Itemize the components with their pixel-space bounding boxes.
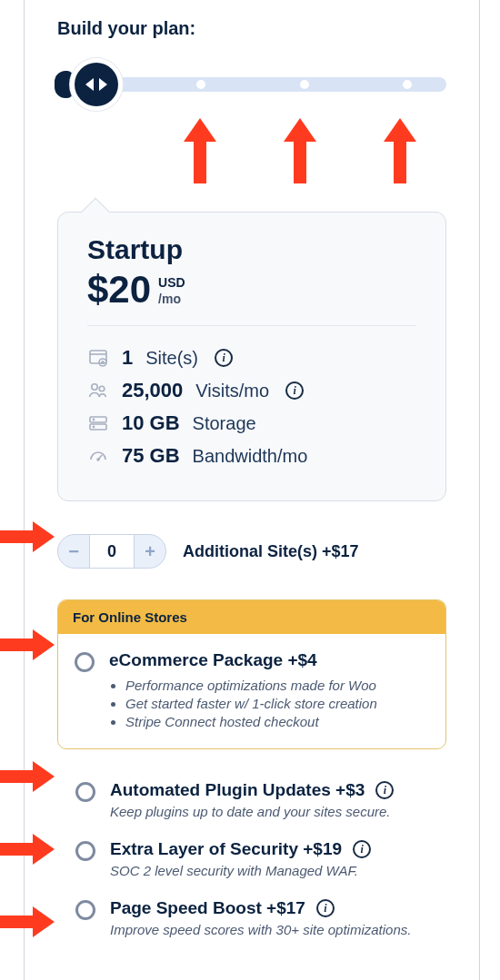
slider-track-endcap (55, 71, 73, 98)
qty-decrement-button[interactable]: − (58, 535, 89, 568)
qty-value: 0 (89, 535, 135, 568)
bandwidth-icon (87, 445, 109, 467)
ecommerce-addon-card: For Online Stores eCommerce Package +$4 … (57, 599, 446, 749)
additional-sites-stepper[interactable]: − 0 + (57, 534, 166, 569)
plan-feature-label: Bandwidth/mo (193, 446, 308, 467)
addon-title: Automated Plugin Updates +$3 i (110, 780, 394, 800)
svg-rect-0 (90, 351, 106, 363)
slider-tick[interactable] (196, 80, 205, 89)
plan-name: Startup (87, 234, 416, 265)
build-plan-heading: Build your plan: (57, 18, 446, 39)
ecommerce-addon-title: eCommerce Package +$4 (109, 650, 377, 670)
plan-feature-row: 25,000Visits/moi (87, 379, 416, 402)
svg-point-6 (93, 419, 94, 420)
ecommerce-bullet: Stripe Connect hosted checkout (125, 714, 377, 729)
addon-radio[interactable] (75, 841, 95, 861)
ecommerce-bullet: Performance optimizations made for Woo (125, 678, 377, 693)
info-icon[interactable]: i (353, 840, 371, 858)
slider-thumb[interactable] (75, 63, 118, 106)
addon-title: Extra Layer of Security +$19 i (110, 839, 371, 859)
addon-row: Page Speed Boost +$17 iImprove speed sco… (57, 895, 446, 954)
plan-price: $20 (87, 271, 151, 309)
plan-feature-value: 10 GB (122, 411, 180, 435)
plan-tier-slider[interactable] (57, 66, 446, 103)
addon-description: Improve speed scores with 30+ site optim… (110, 922, 411, 937)
svg-point-7 (93, 426, 94, 427)
plan-feature-row: 75 GBBandwidth/mo (87, 444, 416, 468)
plan-feature-label: Site(s) (145, 348, 198, 369)
site-add-icon (87, 347, 109, 369)
plan-period: /mo (158, 291, 185, 307)
addon-description: Keep plugins up to date and your sites s… (110, 804, 394, 819)
addon-radio[interactable] (75, 900, 95, 920)
info-icon[interactable]: i (215, 349, 233, 367)
qty-increment-button[interactable]: + (135, 535, 165, 568)
addon-row: Automated Plugin Updates +$3 iKeep plugi… (57, 777, 446, 836)
plan-feature-label: Visits/mo (195, 381, 269, 401)
addon-row: Extra Layer of Security +$19 iSOC 2 leve… (57, 836, 446, 895)
chevron-right-icon (99, 78, 107, 91)
plan-feature-value: 75 GB (122, 444, 180, 468)
plan-feature-row: 1Site(s)i (87, 346, 416, 370)
addon-radio[interactable] (75, 782, 95, 802)
users-icon (87, 380, 109, 401)
svg-point-2 (92, 384, 97, 390)
svg-point-3 (99, 386, 105, 391)
info-icon[interactable]: i (375, 781, 394, 799)
card-caret (81, 197, 109, 225)
info-icon[interactable]: i (316, 899, 335, 917)
plan-feature-value: 1 (122, 346, 133, 370)
info-icon[interactable]: i (285, 381, 304, 400)
storage-icon (87, 412, 109, 434)
ecommerce-bullet: Get started faster w/ 1-click store crea… (125, 696, 377, 711)
plan-feature-value: 25,000 (122, 379, 183, 402)
ecommerce-addon-radio[interactable] (75, 652, 95, 672)
addon-description: SOC 2 level security with Managed WAF. (110, 863, 371, 878)
addon-title: Page Speed Boost +$17 i (110, 898, 411, 918)
plan-summary-card: Startup $20 USD /mo 1Site(s)i25,000Visit… (57, 212, 446, 501)
slider-tick[interactable] (403, 80, 412, 89)
chevron-left-icon (85, 78, 94, 91)
ecommerce-addon-bullets: Performance optimizations made for WooGe… (125, 678, 377, 729)
plan-feature-label: Storage (193, 413, 256, 434)
additional-sites-label: Additional Site(s) +$17 (183, 542, 359, 561)
plan-feature-row: 10 GBStorage (87, 411, 416, 435)
ecommerce-card-header: For Online Stores (58, 600, 445, 634)
plan-currency: USD (158, 274, 185, 291)
plan-divider (87, 325, 416, 326)
slider-tick[interactable] (300, 80, 309, 89)
